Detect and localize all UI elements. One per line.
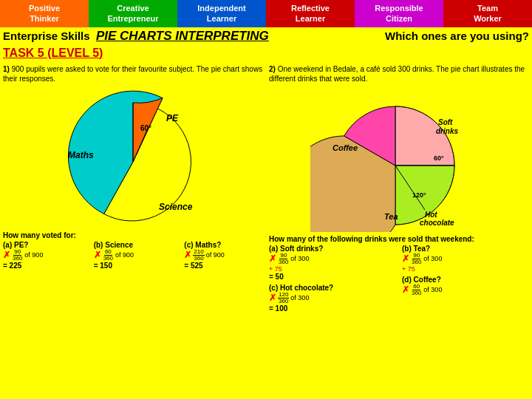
cross-2d: ✗ [402,284,409,295]
task2-extra-b: + 75 [402,265,529,273]
frac-c: 210 360 [193,249,204,262]
task2-result-c: = 100 [269,304,396,313]
task1-result-c: = 525 [184,262,263,270]
task2-column: 2) One weekend in Bedale, a café sold 30… [269,64,529,313]
task2-how-many: How many of the following drinks were so… [269,235,529,243]
task1-column: 1) 900 pupils were asked to vote for the… [3,64,263,313]
task1-label-b: (b) Science [94,241,173,249]
main-content: 1) 900 pupils were asked to vote for the… [0,61,532,316]
task2-description: 2) One weekend in Bedale, a café sold 30… [269,64,529,83]
of-2b: of 300 [423,255,442,262]
task1-answer-b: (b) Science ✗ 60 360 of 900 = 150 [94,241,173,270]
tab-team[interactable]: TeamWorker [443,0,532,27]
title-left: Enterprise Skills PIE CHARTS INTERPRETIN… [3,29,385,44]
angle-60: 60° [434,154,444,162]
task2-calc-d: ✗ 60 360 of 300 [402,284,529,296]
header-tabs: PositiveThinker CreativeEntrepreneur Ind… [0,0,532,27]
task2-pie-container: 120° 60° Coffee Soft drinks Tea Hot choc… [269,88,529,232]
of-2d: of 300 [423,286,442,293]
task1-pie-container: 60° Maths PE Science [3,88,263,228]
tab-team-label: TeamWorker [474,3,502,24]
angle-120: 120° [412,191,426,199]
task2-col1: (a) Soft drinks? ✗ 90 360 of 300 + 75 = … [269,245,396,313]
task2-label-a: (a) Soft drinks? [269,245,396,253]
task2-calc-a: ✗ 90 360 of 300 [269,253,396,265]
cross-c: ✗ [184,250,191,260]
angle-label: 60° [140,124,151,132]
tab-independent[interactable]: IndependentLearner [177,0,266,27]
title-bar: Enterprise Skills PIE CHARTS INTERPRETIN… [0,27,532,45]
tab-reflective-label: ReflectiveLearner [291,3,330,24]
label-pe: PE [166,113,179,123]
task1-pie-chart: 60° Maths PE Science [52,88,214,228]
frac-2a-bot: 360 [278,259,289,265]
frac-c-bot: 360 [193,256,204,262]
task1-answer-a: (a) PE? ✗ 90 360 of 900 = 225 [3,241,82,270]
tab-responsible[interactable]: ResponsibleCitizen [355,0,443,27]
task1-calc-b: ✗ 60 360 of 900 [94,249,173,262]
cross-a: ✗ [3,250,10,260]
label-tea: Tea [384,212,398,221]
tab-positive[interactable]: PositiveThinker [0,0,89,27]
frac-2d-bot: 360 [411,290,422,296]
of-a: of 900 [24,251,43,259]
task-title: TASK 5 (LEVEL 5) [0,45,532,61]
task1-answers: How many voted for: (a) PE? ✗ 90 360 of … [3,231,263,270]
task1-result-b: = 150 [94,262,173,270]
task2-calc-c: ✗ 120 360 of 300 [269,292,396,304]
label-maths: Maths [68,150,94,160]
cross-2b: ✗ [402,253,409,264]
frac-2a: 90 360 [278,253,289,265]
frac-2c: 120 360 [278,292,289,304]
label-coffee: Coffee [332,143,358,152]
tab-creative-label: CreativeEntrepreneur [107,3,158,24]
task2-answers: How many of the following drinks were so… [269,235,529,313]
task1-label-c: (c) Maths? [184,241,263,249]
of-b: of 900 [115,251,134,259]
task2-label-d: (d) Coffee? [402,276,529,284]
label-soft: Soft [438,118,453,126]
task2-pie-chart: 120° 60° Coffee Soft drinks Tea Hot choc… [310,88,488,232]
tab-creative[interactable]: CreativeEntrepreneur [89,0,177,27]
frac-2c-bot: 360 [278,299,289,304]
task1-label-a: (a) PE? [3,241,82,249]
tab-reflective[interactable]: ReflectiveLearner [266,0,355,27]
task2-label-c: (c) Hot chocolate? [269,284,396,292]
title-middle: PIE CHARTS INTERPRETING [96,29,269,43]
frac-2b: 90 360 [411,253,422,265]
of-c: of 900 [206,251,225,259]
cross-2c: ✗ [269,293,276,303]
label-hot: Hot [425,211,437,219]
task1-result-a: = 225 [3,262,82,270]
frac-a-bot: 360 [12,256,23,262]
tab-responsible-label: ResponsibleCitizen [375,3,423,24]
task2-result-a: = 50 [269,273,396,281]
task1-answer-c: (c) Maths? ✗ 210 360 of 900 = 525 [184,241,263,270]
title-right: Which ones are you using? [385,30,529,42]
task1-calc-a: ✗ 90 360 of 900 [3,249,82,262]
frac-b: 60 360 [103,249,114,262]
task1-description: 1) 900 pupils were asked to vote for the… [3,64,263,83]
task2-calc-b: ✗ 90 360 of 300 [402,253,529,265]
task2-extra-a: + 75 [269,265,396,273]
of-2c: of 300 [290,294,309,301]
task1-answers-grid: (a) PE? ✗ 90 360 of 900 = 225 (b) Scienc… [3,241,263,270]
of-2a: of 300 [290,255,309,262]
frac-2b-bot: 360 [411,259,422,265]
cross-2a: ✗ [269,253,276,264]
task2-col2: (b) Tea? ✗ 90 360 of 300 + 75 (d) Coffee… [402,245,529,313]
label-chocolate: chocolate [420,219,454,227]
frac-a: 90 360 [12,249,23,262]
frac-2d: 60 360 [411,284,422,296]
tab-independent-label: IndependentLearner [197,3,245,24]
label-science: Science [159,202,193,212]
tab-positive-label: PositiveThinker [29,3,60,24]
label-drinks: drinks [436,127,458,135]
task1-how-many: How many voted for: [3,231,263,239]
cross-b: ✗ [94,250,101,260]
task2-answers-grid: (a) Soft drinks? ✗ 90 360 of 300 + 75 = … [269,245,529,313]
frac-b-bot: 360 [103,256,114,262]
task2-label-b: (b) Tea? [402,245,529,253]
task1-calc-c: ✗ 210 360 of 900 [184,249,263,262]
